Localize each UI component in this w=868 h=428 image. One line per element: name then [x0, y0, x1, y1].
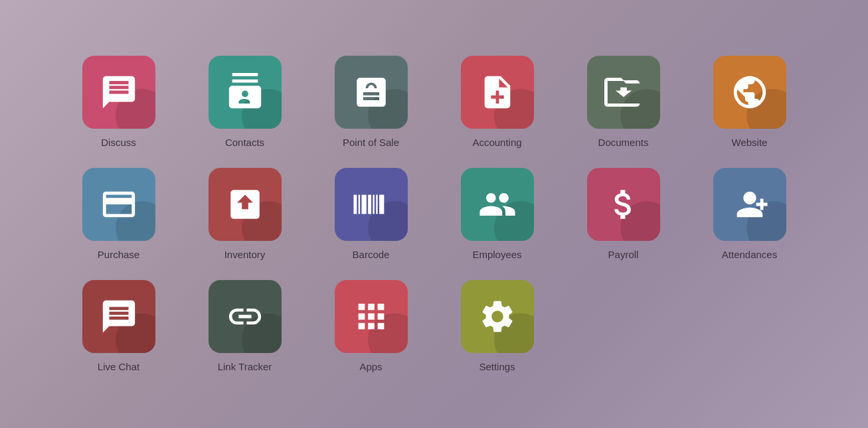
app-icon-employees: [461, 168, 534, 241]
app-label-linktracker: Link Tracker: [218, 361, 272, 372]
app-icon-website: [713, 56, 786, 129]
app-item-discuss[interactable]: Discuss: [69, 56, 169, 148]
app-grid: Discuss Contacts Point of Sale Accountin…: [56, 42, 813, 386]
app-icon-settings: [461, 280, 534, 353]
app-label-documents: Documents: [598, 137, 649, 148]
app-label-attendances: Attendances: [722, 249, 777, 260]
app-item-barcode[interactable]: Barcode: [321, 168, 421, 260]
settings-icon: [478, 297, 517, 336]
discuss-icon: [100, 73, 138, 111]
app-item-settings[interactable]: Settings: [448, 280, 547, 372]
app-item-accounting[interactable]: Accounting: [448, 56, 547, 148]
app-icon-accounting: [461, 56, 534, 129]
app-icon-pos: [335, 56, 408, 129]
documents-icon: [604, 73, 643, 111]
app-label-employees: Employees: [472, 249, 521, 260]
app-icon-documents: [587, 56, 660, 129]
website-icon: [731, 73, 769, 111]
app-label-contacts: Contacts: [225, 137, 264, 148]
inventory-icon: [226, 185, 264, 224]
linktracker-icon: [226, 297, 264, 336]
app-item-website[interactable]: Website: [700, 56, 800, 148]
app-icon-discuss: [82, 56, 155, 129]
app-icon-purchase: [82, 168, 155, 241]
app-label-accounting: Accounting: [472, 137, 521, 148]
app-label-barcode: Barcode: [353, 249, 390, 260]
app-item-purchase[interactable]: Purchase: [69, 168, 169, 260]
employees-icon: [478, 185, 517, 224]
app-icon-linktracker: [209, 280, 282, 353]
payroll-icon: [604, 185, 643, 224]
app-icon-contacts: [209, 56, 282, 129]
purchase-icon: [100, 185, 138, 224]
app-label-apps: Apps: [359, 361, 382, 372]
app-item-pos[interactable]: Point of Sale: [321, 56, 421, 148]
apps-icon: [352, 297, 391, 336]
attendances-icon: [731, 185, 769, 224]
app-item-apps[interactable]: Apps: [321, 280, 421, 372]
app-icon-inventory: [209, 168, 282, 241]
app-icon-attendances: [713, 168, 786, 241]
app-label-settings: Settings: [479, 361, 515, 372]
livechat-icon: [100, 297, 138, 336]
pos-icon: [352, 73, 391, 111]
app-item-attendances[interactable]: Attendances: [700, 168, 800, 260]
accounting-icon: [478, 73, 517, 111]
app-label-livechat: Live Chat: [98, 361, 139, 372]
app-label-pos: Point of Sale: [343, 137, 399, 148]
app-label-discuss: Discuss: [101, 137, 136, 148]
app-label-inventory: Inventory: [224, 249, 266, 260]
app-icon-payroll: [587, 168, 660, 241]
app-item-documents[interactable]: Documents: [574, 56, 673, 148]
app-icon-livechat: [82, 280, 155, 353]
barcode-icon: [352, 185, 391, 224]
app-item-inventory[interactable]: Inventory: [195, 168, 295, 260]
app-item-contacts[interactable]: Contacts: [195, 56, 295, 148]
app-label-purchase: Purchase: [98, 249, 139, 260]
app-item-employees[interactable]: Employees: [448, 168, 547, 260]
app-item-linktracker[interactable]: Link Tracker: [195, 280, 295, 372]
contacts-icon: [226, 73, 264, 111]
app-icon-apps: [335, 280, 408, 353]
app-label-payroll: Payroll: [608, 249, 639, 260]
app-icon-barcode: [335, 168, 408, 241]
app-label-website: Website: [732, 137, 768, 148]
app-item-payroll[interactable]: Payroll: [574, 168, 673, 260]
app-item-livechat[interactable]: Live Chat: [69, 280, 169, 372]
